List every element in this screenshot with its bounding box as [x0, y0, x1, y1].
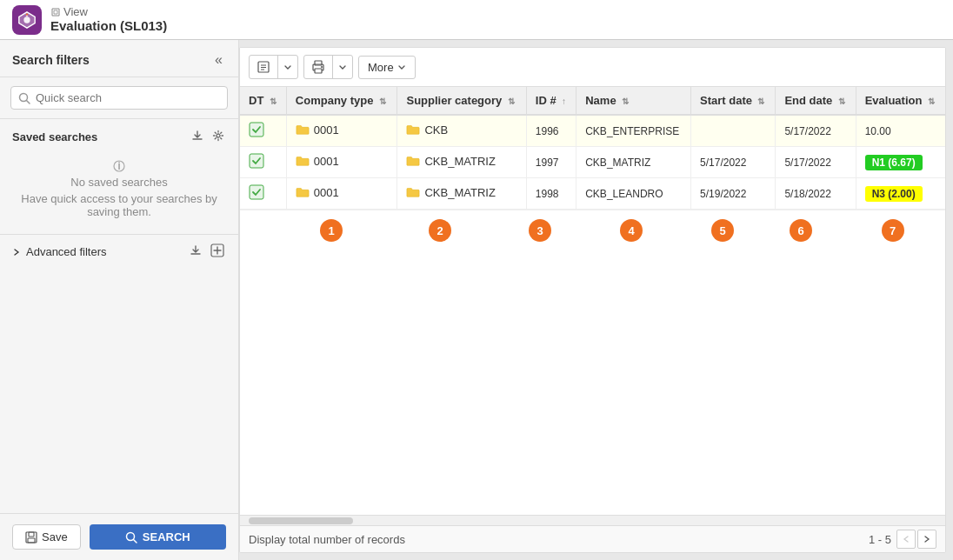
svg-rect-23: [315, 69, 322, 73]
settings-saved-button[interactable]: [210, 128, 226, 146]
cell-company-type: 0001: [286, 115, 397, 147]
cell-supplier-category: CKB: [397, 115, 526, 147]
no-saved-searches: i No saved searches Have quick access to…: [12, 153, 226, 225]
content-area: More DT ⇅ Company type ⇅: [239, 47, 946, 553]
add-filter-button[interactable]: [209, 242, 226, 262]
export-arrow[interactable]: [278, 58, 297, 76]
company-folder: 0001: [296, 186, 339, 199]
eval-badge-green: N1 (6.67): [865, 155, 923, 170]
cell-start-date: [691, 115, 776, 147]
info-icon: i: [113, 160, 125, 172]
cell-start-date: 5/17/2022: [691, 147, 776, 178]
app-view-label: View: [50, 5, 167, 19]
print-dropdown[interactable]: [303, 55, 353, 79]
cell-evaluation: N3 (2.00): [856, 178, 945, 210]
sort-start-icon: ⇅: [757, 97, 764, 106]
horizontal-scrollbar[interactable]: [240, 515, 945, 525]
table-row[interactable]: 0001 CKB 1996CKB_ENTERPRISE5/17/202210.0…: [240, 115, 945, 147]
folder-icon: [296, 123, 310, 136]
app-header: View Evaluation (SL013): [0, 0, 953, 40]
search-button[interactable]: SEARCH: [90, 524, 226, 550]
app-name: Evaluation (SL013): [50, 18, 167, 34]
more-chevron-icon: [397, 63, 406, 71]
export-main[interactable]: [250, 56, 278, 78]
sidebar: Search filters « Saved searches: [0, 40, 239, 560]
save-icon: [25, 531, 37, 543]
pagination: 1 - 5: [869, 530, 936, 549]
more-button[interactable]: More: [358, 56, 416, 79]
cell-supplier-category: CKB_MATRIZ: [397, 178, 526, 210]
quick-search-bar: [10, 86, 228, 110]
saved-searches-section: Saved searches i No saved searches Have …: [0, 119, 238, 234]
bubble-1: 1: [320, 219, 343, 242]
print-main[interactable]: [304, 56, 333, 78]
sort-eval-icon: ⇅: [928, 97, 935, 106]
app-title-block: View Evaluation (SL013): [50, 5, 167, 35]
folder-2-icon: [406, 155, 420, 167]
supplier-folder: CKB: [406, 123, 448, 137]
cell-id: 1997: [526, 147, 576, 178]
table-header: DT ⇅ Company type ⇅ Supplier category ⇅: [240, 87, 945, 115]
eval-badge-yellow: N3 (2.00): [865, 186, 923, 202]
col-start-date[interactable]: Start date ⇅: [691, 87, 776, 115]
sort-name-icon: ⇅: [622, 97, 629, 106]
cell-evaluation: N1 (6.67): [856, 147, 945, 178]
col-name[interactable]: Name ⇅: [576, 87, 691, 115]
print-arrow[interactable]: [333, 58, 352, 76]
export-icon: [257, 60, 270, 74]
sort-supplier-icon: ⇅: [508, 97, 515, 106]
svg-point-6: [217, 134, 220, 137]
download-filters-button[interactable]: [188, 242, 203, 262]
col-company-type[interactable]: Company type ⇅: [286, 87, 397, 115]
toolbar: More: [240, 48, 945, 87]
folder-icon: [296, 155, 310, 167]
prev-page-button[interactable]: [896, 530, 916, 549]
advanced-filters-toggle[interactable]: Advanced filters: [12, 245, 107, 258]
company-folder: 0001: [296, 155, 339, 168]
chevron-right-icon: [12, 248, 21, 257]
cell-end-date: 5/18/2022: [776, 178, 856, 210]
advanced-filters-section: Advanced filters: [0, 234, 238, 269]
page-nav: [896, 530, 936, 549]
print-icon: [311, 60, 325, 74]
cell-dt: [240, 147, 286, 178]
col-supplier-category[interactable]: Supplier category ⇅: [397, 87, 526, 115]
svg-rect-14: [28, 538, 35, 543]
cell-dt: [240, 178, 286, 210]
svg-rect-27: [250, 185, 263, 199]
cell-evaluation: 10.00: [856, 115, 945, 147]
export-dropdown[interactable]: [249, 55, 298, 79]
col-end-date[interactable]: End date ⇅: [776, 87, 856, 115]
cell-name: CKB_LEANDRO: [576, 178, 691, 210]
col-id[interactable]: ID # ↑: [526, 87, 576, 115]
sort-id-icon: ↑: [562, 97, 566, 106]
saved-searches-header: Saved searches: [12, 128, 226, 146]
status-display-label: Display total number of records: [249, 533, 405, 546]
table-row[interactable]: 0001 CKB_MATRIZ 1998CKB_LEANDRO5/19/2022…: [240, 178, 945, 210]
col-evaluation[interactable]: Evaluation ⇅: [856, 87, 945, 115]
cell-company-type: 0001: [286, 178, 397, 210]
cell-id: 1998: [526, 178, 576, 210]
col-dt[interactable]: DT ⇅: [240, 87, 286, 115]
cell-end-date: 5/17/2022: [776, 147, 856, 178]
sidebar-title: Search filters: [12, 53, 90, 67]
pagination-range: 1 - 5: [869, 533, 891, 546]
save-button[interactable]: Save: [12, 524, 81, 550]
search-button-icon: [125, 531, 137, 543]
quick-search-input[interactable]: [36, 91, 220, 104]
supplier-folder: CKB_MATRIZ: [406, 155, 495, 168]
sort-company-icon: ⇅: [379, 97, 386, 106]
sidebar-footer: Save SEARCH: [0, 513, 238, 560]
download-saved-button[interactable]: [190, 128, 205, 146]
bubble-6: 6: [790, 219, 812, 242]
sidebar-collapse-button[interactable]: «: [211, 50, 226, 70]
cell-company-type: 0001: [286, 147, 397, 178]
table-row[interactable]: 0001 CKB_MATRIZ 1997CKB_MATRIZ5/17/20225…: [240, 147, 945, 178]
next-page-button[interactable]: [917, 530, 936, 549]
bubble-7: 7: [882, 219, 904, 242]
app-logo: [12, 5, 42, 35]
results-table: DT ⇅ Company type ⇅ Supplier category ⇅: [240, 87, 945, 210]
cell-supplier-category: CKB_MATRIZ: [397, 147, 526, 178]
scroll-thumb[interactable]: [249, 517, 353, 524]
svg-point-3: [26, 13, 28, 15]
